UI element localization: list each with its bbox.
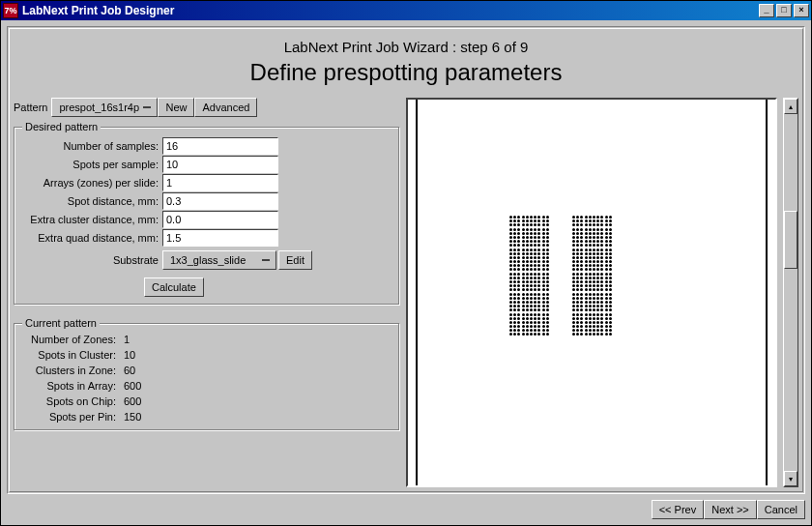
cancel-button[interactable]: Cancel — [757, 500, 805, 519]
scroll-track[interactable] — [784, 114, 798, 471]
next-button[interactable]: Next >> — [704, 500, 757, 519]
scroll-down-icon[interactable]: ▾ — [784, 471, 798, 486]
wizard-subtitle: LabNext Print Job Wizard : step 6 of 9 — [14, 39, 798, 55]
extra-quad-label: Extra quad distance, mm: — [22, 232, 162, 244]
scroll-up-icon[interactable]: ▴ — [784, 99, 798, 114]
spots-chip-value: 600 — [124, 395, 141, 407]
substrate-label: Substrate — [22, 254, 162, 266]
spots-cluster-value: 10 — [124, 349, 135, 361]
window-title: LabNext Print Job Designer — [22, 4, 757, 17]
current-pattern-legend: Current pattern — [22, 317, 100, 329]
arrays-per-slide-label: Arrays (zones) per slide: — [22, 177, 162, 189]
close-button[interactable]: × — [794, 4, 809, 17]
spot-distance-label: Spot distance, mm: — [22, 195, 162, 207]
spots-array-value: 600 — [124, 380, 141, 392]
spot-cluster-2 — [572, 216, 612, 336]
spots-cluster-label: Spots in Cluster: — [22, 349, 124, 361]
zones-value: 1 — [124, 334, 130, 345]
arrays-per-slide-input[interactable] — [162, 174, 278, 191]
spot-distance-input[interactable] — [162, 192, 278, 210]
spots-pin-label: Spots per Pin: — [22, 411, 124, 423]
spot-cluster-1 — [509, 216, 549, 336]
pattern-toolbar: Pattern prespot_16s1r4p New Advanced — [14, 98, 400, 117]
spots-pin-value: 150 — [124, 411, 141, 423]
extra-cluster-label: Extra cluster distance, mm: — [22, 214, 162, 225]
num-samples-label: Number of samples: — [22, 140, 162, 152]
preview-canvas — [406, 98, 777, 487]
clusters-zone-label: Clusters in Zone: — [22, 365, 124, 376]
extra-quad-input[interactable] — [162, 229, 278, 247]
spots-per-sample-input[interactable] — [162, 156, 278, 173]
wizard-title: Define prespotting parameters — [14, 59, 798, 86]
clusters-zone-value: 60 — [124, 365, 135, 376]
app-window: 7% LabNext Print Job Designer _ □ × LabN… — [0, 0, 812, 526]
calculate-button[interactable]: Calculate — [144, 278, 204, 297]
current-pattern-fieldset: Current pattern Number of Zones: 1 Spots… — [14, 323, 400, 431]
extra-cluster-input[interactable] — [162, 211, 278, 228]
vertical-scrollbar[interactable]: ▴ ▾ — [783, 98, 798, 487]
app-icon: 7% — [3, 3, 18, 18]
desired-pattern-fieldset: Desired pattern Number of samples: Spots… — [14, 127, 400, 306]
substrate-dropdown[interactable]: 1x3_glass_slide — [162, 250, 276, 270]
maximize-button[interactable]: □ — [776, 4, 792, 17]
pattern-label: Pattern — [14, 102, 47, 113]
edit-substrate-button[interactable]: Edit — [278, 250, 312, 270]
desired-pattern-legend: Desired pattern — [22, 121, 101, 132]
minimize-button[interactable]: _ — [759, 4, 774, 17]
pattern-value: prespot_16s1r4p — [59, 102, 139, 113]
wizard-footer: << Prev Next >> Cancel — [7, 494, 805, 519]
prev-button[interactable]: << Prev — [652, 500, 705, 519]
spots-chip-label: Spots on Chip: — [22, 395, 124, 407]
scroll-thumb[interactable] — [784, 211, 798, 269]
substrate-value: 1x3_glass_slide — [170, 254, 246, 266]
pattern-dropdown[interactable]: prespot_16s1r4p — [51, 98, 158, 117]
spots-array-label: Spots in Array: — [22, 380, 124, 392]
new-button[interactable]: New — [158, 98, 194, 117]
wizard-header: LabNext Print Job Wizard : step 6 of 9 D… — [14, 33, 798, 92]
spots-per-sample-label: Spots per sample: — [22, 159, 162, 170]
advanced-button[interactable]: Advanced — [194, 98, 257, 117]
left-panel: Pattern prespot_16s1r4p New Advanced Des… — [14, 98, 400, 487]
zones-label: Number of Zones: — [22, 334, 124, 345]
num-samples-input[interactable] — [162, 137, 278, 155]
titlebar: 7% LabNext Print Job Designer _ □ × — [1, 1, 811, 20]
